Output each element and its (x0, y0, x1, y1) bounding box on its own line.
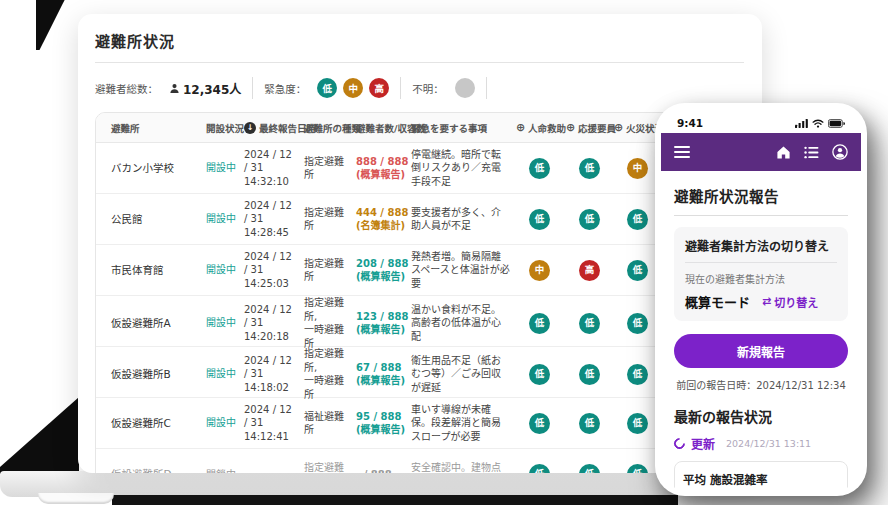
refresh-icon (672, 436, 688, 452)
expand-column-icon[interactable]: ⊕ (614, 122, 623, 133)
evacuee-count-cell: 67 / 888(概算報告) (356, 361, 411, 388)
urgency-legend: 低中高 (317, 78, 389, 98)
rescue-badge-cell: 中 (517, 260, 569, 281)
battery-icon (828, 119, 845, 128)
level-badge-low: 低 (529, 464, 550, 473)
level-badge-low: 低 (529, 313, 550, 334)
shelter-type-cell: 指定避難所 (304, 257, 356, 284)
table-row[interactable]: 仮設避難所C開設中2024 / 12 / 3114:12:41福祉避難所95 /… (96, 398, 743, 449)
support-badge-cell: 低 (569, 464, 617, 473)
table-row[interactable]: 仮設避難所A開設中2024 / 12 / 3114:20:18指定避難所,一時避… (96, 296, 743, 347)
evacuee-count-cell: 95 / 888(概算報告) (356, 410, 411, 437)
column-header-8[interactable]: ⊕応援要員 (569, 121, 617, 135)
wifi-icon (812, 119, 824, 128)
rescue-badge-cell: 低 (517, 158, 569, 179)
home-icon[interactable] (776, 145, 791, 160)
open-status-cell: 開設中 (206, 161, 244, 175)
stats-bar: 避難者総数： 12,345人 緊急度： 低中高 不明： (95, 72, 744, 104)
status-icons (795, 119, 845, 128)
menu-icon[interactable] (674, 146, 690, 158)
evacuee-count-cell: 888 / 888(概算報告) (356, 155, 411, 182)
page-title: 避難所状況 (95, 30, 744, 51)
divider (252, 77, 253, 99)
shelter-table: 避難所開設状況↓最終報告日時避難所の種類避難者数/収容数緊急を要する事項⊕人命救… (95, 112, 744, 473)
refresh-timestamp: 2024/12/31 13:11 (726, 438, 811, 449)
rescue-badge-cell: 低 (517, 364, 569, 385)
phone-status-bar: 9:41 (661, 109, 861, 133)
column-header-2: 開設状況 (206, 121, 244, 135)
support-badge-cell: 低 (569, 158, 617, 179)
shelter-type-cell: 指定避難所,一時避難所 (304, 296, 356, 350)
column-header-1: 避難所 (111, 121, 206, 135)
laptop-bezel-corner (36, 0, 80, 50)
column-header-7[interactable]: ⊕人命救助 (517, 121, 569, 135)
person-icon (169, 83, 180, 94)
refresh-link[interactable]: 更新 (691, 435, 715, 452)
urgent-note-cell: 停電継続。暗所で転倒リスクあり／充電手段不足 (411, 148, 517, 189)
divider (400, 77, 401, 99)
report-datetime-cell: ー (244, 468, 304, 473)
table-row[interactable]: 仮設避難所B開設中2024 / 12 / 3114:18:02指定避難所,一時避… (96, 347, 743, 398)
status-time: 9:41 (677, 117, 703, 129)
table-body: バカン小学校開設中2024 / 12 / 3114:32:10指定避難所888 … (96, 143, 743, 473)
toggle-card-divider (685, 262, 837, 263)
level-badge-low: 低 (579, 158, 600, 179)
shelter-type-cell: 福祉避難所 (304, 410, 356, 437)
expand-column-icon[interactable]: ⊕ (516, 122, 525, 133)
total-evacuees-value: 12,345人 (169, 80, 241, 97)
laptop-bezel-bottom (0, 397, 79, 474)
column-header-6: 緊急を要する事項 (411, 121, 517, 135)
toggle-card-title: 避難者集計方法の切り替え (685, 237, 837, 254)
urgent-note-cell: 車いす導線が未確保。段差解消と簡易スロープが必要 (411, 403, 517, 444)
table-row[interactable]: バカン小学校開設中2024 / 12 / 3114:32:10指定避難所888 … (96, 143, 743, 194)
level-badge-low: 低 (627, 313, 648, 334)
open-status-cell: 開設中 (206, 316, 244, 330)
support-badge-cell: 低 (569, 413, 617, 434)
account-icon[interactable] (832, 144, 848, 160)
current-mode-value: 概算モード (685, 292, 750, 311)
table-row[interactable]: 市民体育館開設中2024 / 12 / 3114:25:03指定避難所208 /… (96, 245, 743, 296)
swap-arrows-icon: ⇄ (762, 295, 771, 308)
open-status-cell: 開設中 (206, 416, 244, 430)
table-row[interactable]: 仮設避難所D閉鎖中ー指定避難所,- / 888安全確認中。建物点検の結低低低 (96, 449, 743, 473)
column-header-3[interactable]: ↓最終報告日時 (244, 121, 304, 135)
phone-title-divider (674, 215, 848, 216)
level-badge-low: 低 (529, 158, 550, 179)
new-report-button[interactable]: 新規報告 (674, 334, 848, 368)
urgent-note-cell: 衛生用品不足（紙おむつ等）／ごみ回収が遅延 (411, 354, 517, 395)
table-row[interactable]: 公民館開設中2024 / 12 / 3114:28:45指定避難所444 / 8… (96, 194, 743, 245)
title-divider (95, 62, 744, 63)
level-badge-mid: 中 (529, 260, 550, 281)
unknown-legend-dot (455, 78, 475, 98)
level-badge-low: 低 (579, 209, 600, 230)
current-method-label: 現在の避難者集計方法 (685, 271, 837, 286)
evacuee-count-cell: 444 / 888(名簿集計) (356, 206, 411, 233)
shelter-name-cell: 仮設避難所A (111, 316, 206, 330)
open-status-cell: 閉鎖中 (206, 468, 244, 473)
report-datetime-cell: 2024 / 12 / 3114:28:45 (244, 199, 304, 240)
list-icon[interactable] (804, 146, 819, 159)
evacuee-count-cell: 208 / 888(概算報告) (356, 257, 411, 284)
aggregation-toggle-card: 避難者集計方法の切り替え 現在の避難者集計方法 概算モード ⇄ 切り替え (674, 227, 848, 321)
support-badge-cell: 高 (569, 260, 617, 281)
urgency-label: 緊急度： (264, 81, 306, 96)
switch-mode-link[interactable]: ⇄ 切り替え (762, 294, 818, 310)
expand-column-icon[interactable]: ⊕ (566, 122, 575, 133)
shelter-type-cell: 指定避難所,一時避難所 (304, 347, 356, 401)
level-badge-low: 低 (627, 464, 648, 473)
column-header-5: 避難者数/収容数 (356, 121, 411, 135)
level-badge-low: 低 (529, 413, 550, 434)
phone-page-title: 避難所状況報告 (674, 185, 848, 206)
shelter-name-cell: バカン小学校 (111, 161, 206, 175)
level-badge-low: 低 (627, 364, 648, 385)
sort-icon[interactable]: ↓ (244, 122, 256, 134)
evacuee-count-cell: - / 888 (356, 468, 411, 473)
support-badge-cell: 低 (569, 313, 617, 334)
level-badge-low: 低 (529, 364, 550, 385)
level-badge-low: 低 (627, 260, 648, 281)
open-status-cell: 開設中 (206, 367, 244, 381)
divider (486, 77, 487, 99)
urgent-note-cell: 安全確認中。建物点検の結 (411, 461, 517, 473)
phone-mockup: 9:41 避難所状況報告 避難者集計方法の切り替え 現在の避難者集計方法 概 (655, 103, 867, 496)
open-status-cell: 開設中 (206, 212, 244, 226)
